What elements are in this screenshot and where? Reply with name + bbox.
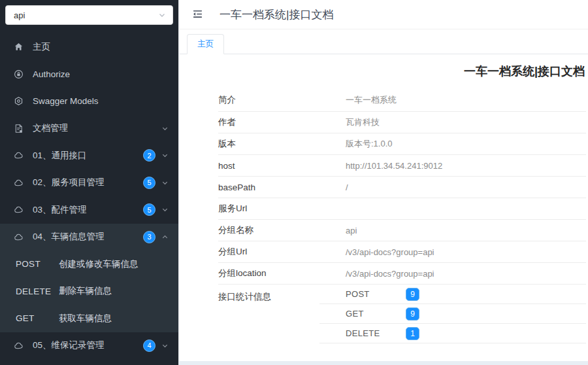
chevron-down-icon xyxy=(161,179,169,186)
tab-bar: 主页 xyxy=(179,29,588,54)
bottom-scroll-strip[interactable] xyxy=(179,361,588,365)
sidebar-item-group-05[interactable]: 05、维保记录管理 4 xyxy=(0,332,178,360)
http-method: DELETE xyxy=(16,287,59,296)
info-row: 分组名称 api xyxy=(218,220,586,241)
document-icon xyxy=(13,123,24,133)
sidebar-item-authorize[interactable]: Authorize xyxy=(0,61,178,88)
models-icon xyxy=(13,96,24,107)
stats-label: 接口统计信息 xyxy=(218,285,319,343)
info-label: 分组location xyxy=(218,268,346,279)
home-icon xyxy=(13,42,24,52)
chevron-down-icon xyxy=(161,342,169,349)
info-label: 分组名称 xyxy=(218,224,346,236)
info-row: 分组Url /v3/api-docs?group=api xyxy=(218,241,586,263)
api-group-select[interactable]: api xyxy=(5,5,173,25)
info-row: 版本 版本号:1.0.0 xyxy=(218,133,586,155)
cloud-icon xyxy=(13,232,24,242)
api-stats-section: 接口统计信息 POST 9 GET 9 DELETE 1 xyxy=(218,285,586,343)
count-badge: 5 xyxy=(143,177,155,189)
cloud-icon xyxy=(13,340,24,351)
info-value: 瓦肯科技 xyxy=(346,116,380,128)
chevron-down-icon xyxy=(158,11,166,19)
chevron-down-icon xyxy=(161,125,169,132)
info-label: basePath xyxy=(218,182,346,192)
info-row: 简介 一车一档系统 xyxy=(218,88,586,112)
main-panel: 一车一档系统|接口文档 主页 一车一档系统|接口文档 简介 一车一档系统 作者 … xyxy=(178,0,588,365)
sidebar: api 主页 Authorize xyxy=(0,0,178,365)
info-row: host http://101.34.54.241:9012 xyxy=(218,155,586,177)
info-label: 服务Url xyxy=(218,203,346,215)
app-window: api 主页 Authorize xyxy=(0,0,588,365)
info-label: host xyxy=(218,161,346,171)
tab-home[interactable]: 主页 xyxy=(187,34,224,54)
sidebar-item-label: 01、通用接口 xyxy=(33,150,87,162)
sidebar-item-label: 05、维保记录管理 xyxy=(33,339,105,351)
stat-row-get: GET 9 xyxy=(319,304,586,324)
chevron-up-icon xyxy=(161,234,169,241)
sidebar-item-label: Swagger Models xyxy=(33,96,99,106)
http-method: POST xyxy=(16,259,59,269)
endpoint-label: 创建或修改车辆信息 xyxy=(59,258,139,270)
stat-method: GET xyxy=(346,309,406,319)
app-title: 一车一档系统|接口文档 xyxy=(220,7,333,22)
doc-content: 一车一档系统|接口文档 简介 一车一档系统 作者 瓦肯科技 版本 版本号:1.0… xyxy=(179,54,588,365)
info-label: 简介 xyxy=(218,94,346,106)
info-label: 作者 xyxy=(218,116,346,128)
info-label: 分组Url xyxy=(218,246,346,258)
info-value: /v3/api-docs?group=api xyxy=(346,269,434,279)
sidebar-item-label: 02、服务项目管理 xyxy=(33,177,105,188)
info-row: 服务Url xyxy=(218,198,586,220)
page-title: 一车一档系统|接口文档 xyxy=(218,58,586,88)
sidebar-item-label: 04、车辆信息管理 xyxy=(33,231,105,243)
cloud-icon xyxy=(13,150,24,161)
sidebar-item-label: 03、配件管理 xyxy=(33,204,87,216)
stat-method: POST xyxy=(346,289,406,299)
info-value: 版本号:1.0.0 xyxy=(346,138,393,150)
sidebar-group-04-expanded: 04、车辆信息管理 3 POST 创建或修改车辆信息 DELETE 删除车辆信息… xyxy=(0,224,178,332)
count-badge: 4 xyxy=(143,339,155,352)
stats-rows: POST 9 GET 9 DELETE 1 xyxy=(319,285,586,343)
sidebar-item-label: Authorize xyxy=(33,69,70,79)
count-badge: 3 xyxy=(143,231,155,243)
sidebar-item-group-02[interactable]: 02、服务项目管理 5 xyxy=(0,169,178,197)
sidebar-endpoint-create-vehicle[interactable]: POST 创建或修改车辆信息 xyxy=(0,251,178,278)
info-value: api xyxy=(346,226,357,235)
info-label: 版本 xyxy=(218,138,346,150)
lock-icon xyxy=(13,69,24,79)
info-value: / xyxy=(346,182,348,192)
http-method: GET xyxy=(16,313,59,323)
stat-count-badge: 9 xyxy=(406,288,419,301)
endpoint-label: 获取车辆信息 xyxy=(59,313,112,324)
stat-count-badge: 1 xyxy=(406,327,419,340)
info-row: basePath / xyxy=(218,177,586,198)
count-badge: 2 xyxy=(143,149,155,162)
info-value: http://101.34.54.241:9012 xyxy=(346,161,442,171)
sidebar-item-swagger-models[interactable]: Swagger Models xyxy=(0,88,178,115)
info-value: /v3/api-docs?group=api xyxy=(346,247,434,257)
count-badge: 5 xyxy=(143,203,155,216)
sidebar-item-group-03[interactable]: 03、配件管理 5 xyxy=(0,196,178,224)
sidebar-item-group-04[interactable]: 04、车辆信息管理 3 xyxy=(0,224,178,251)
sidebar-menu: 主页 Authorize Swagger Models 文档管理 xyxy=(0,33,178,359)
stat-row-post: POST 9 xyxy=(319,285,586,304)
endpoint-label: 删除车辆信息 xyxy=(59,285,112,297)
info-row: 分组location /v3/api-docs?group=api xyxy=(218,263,586,285)
stat-count-badge: 9 xyxy=(406,307,419,321)
api-group-select-value: api xyxy=(14,10,25,20)
chevron-down-icon xyxy=(161,206,169,213)
chevron-down-icon xyxy=(161,152,169,159)
sidebar-item-home[interactable]: 主页 xyxy=(0,33,178,61)
info-row: 作者 瓦肯科技 xyxy=(218,112,586,133)
sidebar-endpoint-delete-vehicle[interactable]: DELETE 删除车辆信息 xyxy=(0,278,178,305)
cloud-icon xyxy=(13,177,24,188)
sidebar-item-group-01[interactable]: 01、通用接口 2 xyxy=(0,142,178,169)
sidebar-item-doc-manage[interactable]: 文档管理 xyxy=(0,115,178,143)
menu-fold-icon[interactable] xyxy=(192,9,204,20)
stat-method: DELETE xyxy=(346,328,406,338)
topbar: 一车一档系统|接口文档 xyxy=(179,0,588,29)
sidebar-item-label: 主页 xyxy=(33,41,50,53)
stat-row-delete: DELETE 1 xyxy=(319,324,586,343)
sidebar-item-label: 文档管理 xyxy=(33,122,68,134)
sidebar-endpoint-get-vehicle[interactable]: GET 获取车辆信息 xyxy=(0,305,178,332)
cloud-icon xyxy=(13,205,24,215)
